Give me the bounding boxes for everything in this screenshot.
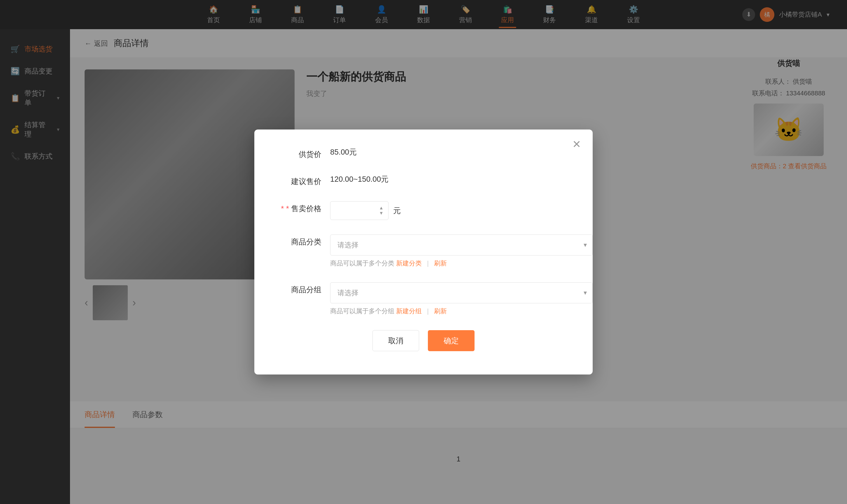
sell-price-input-wrap: ▲ ▼ 元: [330, 201, 401, 220]
sell-price-field[interactable]: [335, 206, 376, 215]
group-select-arrow-icon: ▾: [583, 289, 587, 296]
category-select[interactable]: 请选择: [330, 234, 593, 255]
group-select-wrap: 请选择 ▾: [330, 282, 593, 303]
group-placeholder: 请选择: [338, 288, 358, 298]
supply-price-value: 85.00元: [330, 147, 357, 157]
category-hint: 商品可以属于多个分类 新建分类 | 刷新: [330, 259, 593, 268]
modal-footer: 取消 确定: [278, 330, 569, 351]
yuan-label: 元: [393, 205, 401, 216]
supply-price-row: 供货价 85.00元: [278, 147, 569, 160]
sell-price-input-box: ▲ ▼: [330, 201, 389, 220]
group-select[interactable]: 请选择: [330, 282, 593, 303]
price-stepper: ▲ ▼: [379, 205, 383, 216]
category-placeholder: 请选择: [338, 240, 358, 250]
group-sep: |: [427, 307, 429, 315]
category-sep: |: [427, 259, 429, 267]
category-label: 商品分类: [278, 234, 330, 247]
group-hint: 商品可以属于多个分组 新建分组 | 刷新: [330, 307, 593, 316]
suggest-price-value: 120.00~150.00元: [330, 174, 389, 184]
suggest-price-label: 建议售价: [278, 174, 330, 187]
group-new-link[interactable]: 新建分组: [396, 307, 422, 315]
category-section: 请选择 ▾ 商品可以属于多个分类 新建分类 | 刷新: [330, 234, 593, 268]
category-new-link[interactable]: 新建分类: [396, 259, 422, 267]
modal-close-button[interactable]: ✕: [572, 138, 581, 150]
group-section: 请选择 ▾ 商品可以属于多个分组 新建分组 | 刷新: [330, 282, 593, 316]
sell-price-row: * 售卖价格 ▲ ▼ 元: [278, 201, 569, 220]
price-up-button[interactable]: ▲: [379, 205, 383, 210]
group-row: 商品分组 请选择 ▾ 商品可以属于多个分组 新建分组 | 刷新: [278, 282, 569, 316]
supply-price-label: 供货价: [278, 147, 330, 160]
sell-price-label: * 售卖价格: [278, 201, 330, 214]
category-refresh-link[interactable]: 刷新: [434, 259, 447, 267]
group-refresh-link[interactable]: 刷新: [434, 307, 447, 315]
required-mark: *: [286, 204, 291, 213]
modal: ✕ 供货价 85.00元 建议售价 120.00~150.00元 * 售卖价格 …: [254, 129, 593, 375]
group-label: 商品分组: [278, 282, 330, 295]
confirm-button[interactable]: 确定: [428, 330, 474, 351]
category-row: 商品分类 请选择 ▾ 商品可以属于多个分类 新建分类 | 刷新: [278, 234, 569, 268]
category-select-wrap: 请选择 ▾: [330, 234, 593, 255]
cancel-button[interactable]: 取消: [373, 330, 419, 351]
category-select-arrow-icon: ▾: [583, 241, 587, 249]
price-down-button[interactable]: ▼: [379, 211, 383, 216]
suggest-price-row: 建议售价 120.00~150.00元: [278, 174, 569, 187]
